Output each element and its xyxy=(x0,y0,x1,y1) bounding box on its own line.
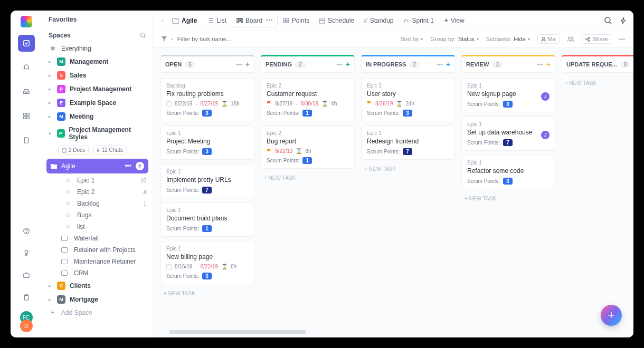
column-add-icon[interactable]: + xyxy=(446,60,450,69)
add-view-button[interactable]: +View xyxy=(440,14,469,27)
bolt-icon[interactable] xyxy=(620,16,627,25)
svg-rect-16 xyxy=(287,18,289,21)
sort-by[interactable]: Sort by ▾ xyxy=(401,36,423,42)
sidebar-space[interactable]: ▸MMortgage xyxy=(42,293,153,306)
breadcrumb-folder[interactable]: Agile xyxy=(168,14,201,27)
sidebar-folder[interactable]: Waterfall xyxy=(55,233,153,244)
rail-goals-icon[interactable] xyxy=(18,245,35,262)
task-card[interactable]: Epic 1New signup pageJ Scrum Points:3 xyxy=(461,78,555,112)
view-tab-standup[interactable]: #Standup xyxy=(359,14,397,27)
docs-pill[interactable]: 2 Docs xyxy=(58,146,89,154)
sidebar: Favorites Spaces ✱ Everything ▸MManageme… xyxy=(42,11,153,337)
topbar: ‹ Agile ListBoard•••PointsSchedule#Stand… xyxy=(153,11,633,31)
sidebar-folder[interactable]: Retainer with Projects xyxy=(55,244,153,256)
svg-rect-15 xyxy=(283,18,286,21)
chats-pill[interactable]: #12 Chats xyxy=(93,146,127,154)
filter-icon[interactable] xyxy=(162,36,167,42)
svg-rect-11 xyxy=(62,148,66,152)
dots-icon[interactable]: ••• xyxy=(125,162,131,170)
rail-dashboards-icon[interactable] xyxy=(18,108,35,124)
plus-icon[interactable]: + xyxy=(136,162,144,170)
sidebar-folder[interactable]: Maintenance Retainer xyxy=(55,256,153,267)
rail-clipboard-icon[interactable] xyxy=(18,289,35,306)
sidebar-space[interactable]: ▸CClients xyxy=(42,279,153,293)
task-card[interactable]: Epic 2User story 8/26/19 ⌛ 24h Scrum Poi… xyxy=(361,78,455,121)
svg-rect-13 xyxy=(239,18,241,21)
rail-help-icon[interactable] xyxy=(18,223,35,239)
new-task-button[interactable]: + NEW TASK xyxy=(361,164,455,174)
svg-rect-1 xyxy=(23,113,25,115)
sidebar-everything[interactable]: ✱ Everything xyxy=(42,42,153,55)
rail-work-icon[interactable] xyxy=(18,267,35,284)
subtasks-toggle[interactable]: Subtasks: Hide ▾ xyxy=(486,36,530,42)
task-card[interactable]: Epic 1Implement pretty URLs Scrum Points… xyxy=(160,164,254,198)
view-tab-board[interactable]: Board••• xyxy=(232,14,278,27)
column-menu-icon[interactable]: ••• xyxy=(236,61,242,67)
assignees-icon[interactable] xyxy=(567,36,574,42)
me-filter[interactable]: Me xyxy=(537,34,560,44)
task-card[interactable]: Epic 1Refactor some code Scrum Points:3 xyxy=(461,155,555,189)
task-card[interactable]: BacklogFix routing problems 8/22/19 - 8/… xyxy=(160,78,254,121)
task-card[interactable]: Epic 2Bug report 8/22/19 ⌛ 6h Scrum Poin… xyxy=(261,125,355,169)
user-avatar[interactable]: D xyxy=(20,320,33,332)
sidebar-favorites-header[interactable]: Favorites xyxy=(42,11,153,26)
collapse-sidebar-icon[interactable]: ‹ xyxy=(159,17,166,24)
view-tab-sprint 1[interactable]: Sprint 1 xyxy=(399,14,438,27)
sidebar-space[interactable]: ▸EExample Space xyxy=(42,96,153,110)
nav-rail: FCD xyxy=(11,11,42,337)
task-card[interactable]: Epic 1New billing page 8/16/19 - 8/22/19… xyxy=(160,241,254,284)
svg-rect-7 xyxy=(23,274,29,277)
sidebar-space[interactable]: ▸PProject Management xyxy=(42,82,153,96)
new-task-button[interactable]: + NEW TASK xyxy=(160,288,254,298)
rail-inbox-icon[interactable] xyxy=(18,83,35,100)
sidebar-list-item[interactable]: Bugs xyxy=(60,209,153,221)
svg-rect-2 xyxy=(26,113,29,115)
column-add-icon[interactable]: + xyxy=(346,60,350,69)
rail-home-icon[interactable] xyxy=(18,35,35,52)
sidebar-list-item[interactable]: list xyxy=(60,221,153,233)
view-tab-list[interactable]: List xyxy=(203,14,231,27)
sidebar-list-item[interactable]: Backlog1 xyxy=(60,198,153,209)
column-add-icon[interactable]: + xyxy=(245,60,250,69)
sidebar-space-pms[interactable]: ▾ P Project Management Styles xyxy=(42,123,153,143)
column-add-icon[interactable]: + xyxy=(546,60,551,69)
assignee-avatar[interactable]: J xyxy=(541,92,550,101)
group-by[interactable]: Group by: Status ▾ xyxy=(430,36,479,42)
sidebar-list-item[interactable]: Epic 110 xyxy=(60,175,153,186)
task-card[interactable]: Epic 1Set up data warehouseJ Scrum Point… xyxy=(461,117,555,151)
svg-point-10 xyxy=(141,33,145,37)
new-task-button[interactable]: + NEW TASK xyxy=(261,173,355,183)
rail-docs-icon[interactable] xyxy=(18,132,35,149)
sidebar-folder[interactable]: CRM xyxy=(55,267,153,279)
add-space[interactable]: +Add Space xyxy=(42,306,153,319)
main: ‹ Agile ListBoard•••PointsSchedule#Stand… xyxy=(153,11,633,337)
new-task-button[interactable]: + NEW TASK xyxy=(562,78,633,88)
task-card[interactable]: Epic 1Redesign frontend Scrum Points:7 xyxy=(361,125,455,160)
sidebar-space[interactable]: ▸MMeeting xyxy=(42,110,153,123)
search-icon[interactable] xyxy=(140,32,146,38)
search-icon[interactable] xyxy=(604,16,612,25)
sidebar-folder-agile[interactable]: Agile •••+ xyxy=(46,159,148,173)
task-card[interactable]: Epic 1Project Meeting Scrum Points:3 xyxy=(160,125,254,160)
horizontal-scrollbar[interactable] xyxy=(169,330,306,334)
assignee-avatar[interactable]: J xyxy=(541,131,550,139)
svg-point-23 xyxy=(571,37,573,39)
sidebar-space[interactable]: ▸MManagement xyxy=(42,55,153,69)
sidebar-space[interactable]: ▸SSales xyxy=(42,69,153,82)
rail-notifications-icon[interactable] xyxy=(18,59,35,76)
new-task-button[interactable]: + NEW TASK xyxy=(461,194,555,204)
sidebar-list-item[interactable]: Epic 24 xyxy=(60,186,153,198)
column-menu-icon[interactable]: ••• xyxy=(437,61,443,67)
fab-create[interactable]: + xyxy=(601,305,622,326)
filter-input[interactable] xyxy=(177,36,257,42)
view-tab-schedule[interactable]: Schedule xyxy=(315,14,358,27)
view-tab-points[interactable]: Points xyxy=(279,14,314,27)
task-card[interactable]: Epic 1Document build plans Scrum Points:… xyxy=(160,202,254,237)
more-icon[interactable]: ••• xyxy=(619,36,625,42)
column-menu-icon[interactable]: ••• xyxy=(537,61,543,67)
app-logo[interactable] xyxy=(21,16,32,27)
task-card[interactable]: Epic 2Customer request 8/27/19 - 8/30/19… xyxy=(261,78,355,121)
column-menu-icon[interactable]: ••• xyxy=(336,61,343,67)
share-button[interactable]: Share xyxy=(582,34,611,44)
svg-point-21 xyxy=(542,37,544,40)
